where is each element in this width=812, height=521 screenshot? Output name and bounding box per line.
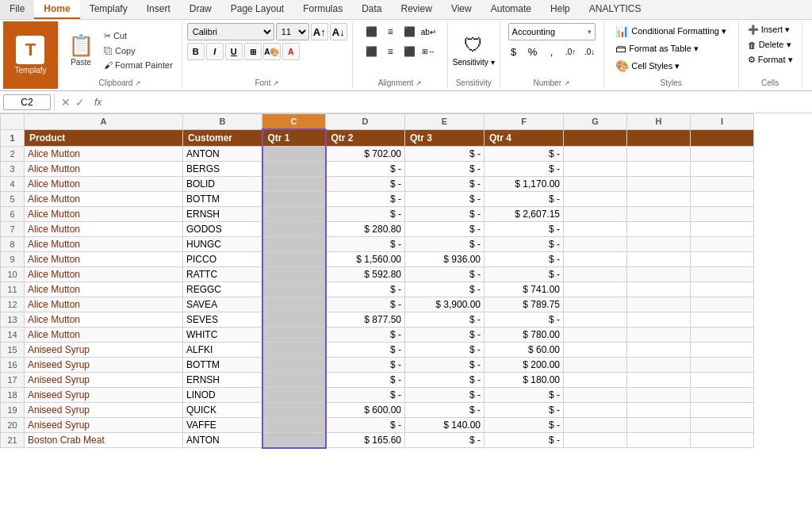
qtr2-cell[interactable]: $ - xyxy=(326,373,405,388)
qtr4-cell[interactable]: $ 200.00 xyxy=(485,358,564,373)
increase-decimal-button[interactable]: .0↑ xyxy=(562,43,580,60)
qtr2-cell[interactable]: $ - xyxy=(326,237,405,252)
cell-styles-button[interactable]: 🎨 Cell Styles ▾ xyxy=(611,58,684,74)
align-right-button[interactable]: ⬛ xyxy=(400,43,418,60)
header-qtr2[interactable]: Qtr 2 xyxy=(326,129,405,147)
align-top-left-button[interactable]: ⬛ xyxy=(362,23,380,40)
tab-analytics[interactable]: ANALYTICS xyxy=(580,0,651,19)
qtr3-cell[interactable]: $ - xyxy=(405,312,485,328)
qtr2-cell[interactable]: $ 600.00 xyxy=(326,403,405,418)
product-cell[interactable]: Aniseed Syrup xyxy=(25,358,183,373)
formula-input[interactable] xyxy=(108,95,809,109)
qtr3-cell[interactable]: $ 3,900.00 xyxy=(405,297,485,312)
product-cell[interactable]: Aniseed Syrup xyxy=(25,373,183,388)
qtr2-cell[interactable]: $ - xyxy=(326,328,405,343)
customer-cell[interactable]: BOTTM xyxy=(183,358,262,373)
qtr1-cell[interactable] xyxy=(262,207,326,222)
qtr3-cell[interactable]: $ - xyxy=(405,388,485,403)
customer-cell[interactable]: SAVEA xyxy=(183,297,262,312)
product-cell[interactable]: Alice Mutton xyxy=(25,222,183,237)
header-qtr4[interactable]: Qtr 4 xyxy=(485,129,564,147)
qtr2-cell[interactable]: $ - xyxy=(326,162,405,177)
product-cell[interactable]: Alice Mutton xyxy=(25,207,183,222)
qtr4-cell[interactable]: $ - xyxy=(485,192,564,207)
qtr1-cell[interactable] xyxy=(262,297,326,312)
tab-page-layout[interactable]: Page Layout xyxy=(221,0,293,19)
col-header-b[interactable]: B xyxy=(183,114,262,130)
merge-center-button[interactable]: ⊞↔ xyxy=(419,43,437,60)
qtr2-cell[interactable]: $ - xyxy=(326,343,405,358)
wrap-text-button[interactable]: ab↵ xyxy=(419,23,437,40)
qtr2-cell[interactable]: $ 165.60 xyxy=(326,433,405,448)
qtr1-cell[interactable] xyxy=(262,433,326,448)
align-top-right-button[interactable]: ⬛ xyxy=(400,23,418,40)
qtr2-cell[interactable]: $ 280.80 xyxy=(326,222,405,237)
bold-button[interactable]: B xyxy=(187,43,205,60)
qtr1-cell[interactable] xyxy=(262,162,326,177)
align-center-button[interactable]: ≡ xyxy=(381,43,399,60)
tab-automate[interactable]: Automate xyxy=(481,0,541,19)
font-name-select[interactable]: Calibri xyxy=(187,23,274,40)
qtr3-cell[interactable]: $ - xyxy=(405,162,485,177)
qtr2-cell[interactable]: $ 877.50 xyxy=(326,312,405,328)
qtr2-cell[interactable]: $ 1,560.00 xyxy=(326,252,405,267)
qtr4-cell[interactable]: $ 789.75 xyxy=(485,297,564,312)
qtr1-cell[interactable] xyxy=(262,282,326,297)
qtr1-cell[interactable] xyxy=(262,358,326,373)
cancel-formula-icon[interactable]: ✕ xyxy=(61,96,71,109)
qtr3-cell[interactable]: $ - xyxy=(405,192,485,207)
qtr4-cell[interactable]: $ - xyxy=(485,312,564,328)
tab-help[interactable]: Help xyxy=(541,0,580,19)
qtr1-cell[interactable] xyxy=(262,328,326,343)
tab-formulas[interactable]: Formulas xyxy=(293,0,352,19)
col-header-e[interactable]: E xyxy=(405,114,485,130)
qtr4-cell[interactable]: $ 780.00 xyxy=(485,328,564,343)
qtr2-cell[interactable]: $ - xyxy=(326,177,405,192)
product-cell[interactable]: Alice Mutton xyxy=(25,282,183,297)
conditional-formatting-button[interactable]: 📊 Conditional Formatting ▾ xyxy=(611,23,730,39)
qtr4-cell[interactable]: $ 180.00 xyxy=(485,373,564,388)
customer-cell[interactable]: QUICK xyxy=(183,403,262,418)
customer-cell[interactable]: VAFFE xyxy=(183,418,262,433)
qtr4-cell[interactable]: $ - xyxy=(485,252,564,267)
qtr4-cell[interactable]: $ - xyxy=(485,147,564,162)
product-cell[interactable]: Alice Mutton xyxy=(25,237,183,252)
font-color-button[interactable]: A xyxy=(282,43,300,60)
underline-button[interactable]: U xyxy=(225,43,243,60)
percent-button[interactable]: % xyxy=(524,43,542,60)
product-cell[interactable]: Alice Mutton xyxy=(25,177,183,192)
comma-button[interactable]: , xyxy=(543,43,561,60)
qtr3-cell[interactable]: $ - xyxy=(405,343,485,358)
qtr4-cell[interactable]: $ - xyxy=(485,222,564,237)
align-left-button[interactable]: ⬛ xyxy=(362,43,380,60)
font-size-select[interactable]: 11 xyxy=(276,23,309,40)
qtr4-cell[interactable]: $ 2,607.15 xyxy=(485,207,564,222)
qtr2-cell[interactable]: $ - xyxy=(326,418,405,433)
qtr1-cell[interactable] xyxy=(262,312,326,328)
customer-cell[interactable]: LINOD xyxy=(183,388,262,403)
tab-templafy[interactable]: Templafy xyxy=(80,0,137,19)
col-header-f[interactable]: F xyxy=(485,114,564,130)
col-header-a[interactable]: A xyxy=(25,114,183,130)
product-cell[interactable]: Alice Mutton xyxy=(25,328,183,343)
customer-cell[interactable]: HUNGC xyxy=(183,237,262,252)
align-top-center-button[interactable]: ≡ xyxy=(381,23,399,40)
qtr2-cell[interactable]: $ - xyxy=(326,282,405,297)
product-cell[interactable]: Alice Mutton xyxy=(25,162,183,177)
cell-reference-box[interactable] xyxy=(3,94,51,110)
product-cell[interactable]: Boston Crab Meat xyxy=(25,433,183,448)
qtr3-cell[interactable]: $ - xyxy=(405,373,485,388)
confirm-formula-icon[interactable]: ✓ xyxy=(75,96,85,109)
product-cell[interactable]: Aniseed Syrup xyxy=(25,418,183,433)
currency-button[interactable]: $ xyxy=(505,43,523,60)
qtr3-cell[interactable]: $ - xyxy=(405,237,485,252)
col-header-g[interactable]: G xyxy=(564,114,627,130)
qtr3-cell[interactable]: $ 140.00 xyxy=(405,418,485,433)
qtr1-cell[interactable] xyxy=(262,222,326,237)
qtr2-cell[interactable]: $ 702.00 xyxy=(326,147,405,162)
customer-cell[interactable]: SEVES xyxy=(183,312,262,328)
spreadsheet-container[interactable]: A B C D E F G H I 1 Product Customer Qtr… xyxy=(0,113,812,496)
qtr2-cell[interactable]: $ - xyxy=(326,388,405,403)
qtr2-cell[interactable]: $ - xyxy=(326,297,405,312)
col-header-i[interactable]: I xyxy=(691,114,754,130)
